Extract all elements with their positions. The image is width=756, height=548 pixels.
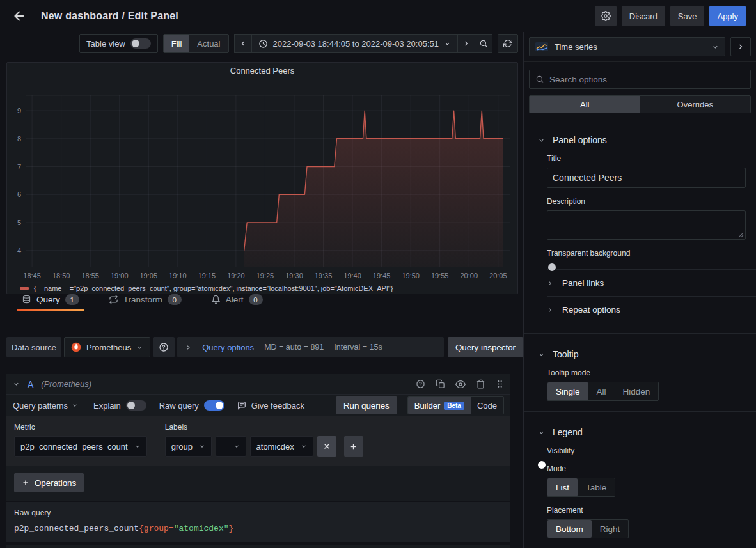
svg-text:4: 4: [17, 247, 21, 254]
label-value-select[interactable]: atomicdex: [250, 436, 313, 457]
tab-transform-label: Transform: [123, 295, 162, 304]
title-field-label: Title: [547, 154, 746, 163]
query-patterns-dropdown[interactable]: Query patterns: [13, 401, 78, 411]
raw-label-expr: group=: [144, 524, 174, 533]
chevron-down-icon[interactable]: [13, 380, 20, 388]
raw-brace-open: {: [139, 524, 144, 533]
add-operations-button[interactable]: Operations: [14, 473, 84, 492]
metric-select[interactable]: p2p_connected_peers_count: [14, 436, 147, 457]
svg-text:19:20: 19:20: [227, 272, 245, 279]
query-options-interval: Interval = 15s: [334, 343, 382, 352]
code-option[interactable]: Code: [471, 397, 503, 414]
legend-header[interactable]: Legend: [524, 427, 756, 437]
svg-text:19:10: 19:10: [169, 272, 187, 279]
time-series-chart[interactable]: 45678918:4518:5018:5519:0019:0519:1019:1…: [7, 78, 516, 281]
zoom-out-icon: [479, 39, 488, 48]
tooltip-header[interactable]: Tooltip: [524, 349, 756, 359]
legend-placement-bottom[interactable]: Bottom: [547, 520, 592, 538]
builder-option[interactable]: Builder Beta: [408, 397, 471, 414]
svg-text:19:35: 19:35: [315, 272, 333, 279]
query-options-footer[interactable]: Options Legend: Auto Format: Time series…: [6, 545, 510, 548]
actual-option[interactable]: Actual: [189, 35, 228, 52]
panel-options-header[interactable]: Panel options: [524, 135, 756, 145]
query-builder-toolbar: Query patterns Explain Raw query Give fe…: [6, 395, 510, 416]
raw-query-toggle[interactable]: [204, 400, 224, 411]
refresh-button[interactable]: [498, 34, 518, 53]
query-options-link[interactable]: Query options: [202, 343, 254, 352]
table-view-toggle[interactable]: [130, 38, 151, 49]
table-view-label: Table view: [86, 39, 125, 49]
metric-value: p2p_connected_peers_count: [20, 442, 128, 451]
svg-text:18:55: 18:55: [81, 272, 99, 279]
query-options-md: MD = auto = 891: [264, 343, 324, 352]
label-operator-select[interactable]: =: [216, 436, 246, 457]
builder-code-switch: Builder Beta Code: [407, 396, 504, 414]
panel-description-textarea[interactable]: [547, 210, 746, 240]
time-shift-forward-button[interactable]: [457, 34, 475, 53]
fill-option[interactable]: Fill: [164, 35, 190, 52]
query-row-header[interactable]: A (Prometheus): [6, 374, 510, 395]
query-editor-card: A (Prometheus) Query patterns Explain Ra…: [6, 374, 510, 548]
query-help-icon[interactable]: [416, 379, 425, 389]
data-source-row: Data source Prometheus Query options MD …: [6, 337, 523, 357]
run-queries-button[interactable]: Run queries: [336, 396, 397, 414]
discard-button[interactable]: Discard: [622, 6, 665, 26]
svg-text:20:00: 20:00: [460, 272, 478, 279]
label-key-select[interactable]: group: [165, 436, 212, 457]
chevron-down-icon: [538, 429, 545, 436]
zoom-out-button[interactable]: [475, 34, 492, 53]
data-source-picker[interactable]: Prometheus: [64, 337, 150, 357]
raw-query-label: Raw query: [14, 508, 503, 517]
editor-tabs: Query 1 Transform 0 Alert 0: [19, 289, 542, 310]
drag-handle-icon[interactable]: [496, 379, 504, 389]
svg-text:19:45: 19:45: [373, 272, 391, 279]
toggle-visibility-eye-icon[interactable]: [455, 379, 466, 389]
visualization-picker[interactable]: Time series: [529, 37, 725, 56]
duplicate-query-icon[interactable]: [436, 379, 445, 389]
panel-links-label: Panel links: [562, 278, 604, 288]
description-field-label: Description: [547, 197, 746, 206]
tooltip-mode-single[interactable]: Single: [547, 382, 588, 400]
panel-title-input[interactable]: [547, 168, 746, 188]
plus-icon: [22, 479, 29, 487]
labels-label: Labels: [165, 423, 363, 432]
labels-field: Labels group = atomicdex: [165, 423, 363, 457]
tab-transform[interactable]: Transform 0: [106, 289, 184, 310]
explain-toggle[interactable]: [126, 400, 146, 411]
query-inspector-button[interactable]: Query inspector: [448, 337, 523, 357]
search-options-input[interactable]: [549, 75, 744, 84]
delete-query-trash-icon[interactable]: [476, 379, 485, 389]
tab-transform-count: 0: [168, 294, 182, 305]
legend-mode-table[interactable]: Table: [578, 478, 615, 496]
tooltip-mode-hidden[interactable]: Hidden: [615, 382, 659, 400]
time-shift-back-button[interactable]: [234, 34, 252, 53]
tooltip-title: Tooltip: [553, 349, 578, 359]
raw-query-code: p2p_connected_peers_count{group="atomicd…: [14, 524, 503, 533]
tab-all[interactable]: All: [530, 96, 640, 113]
tab-query[interactable]: Query 1: [19, 289, 82, 310]
back-arrow-icon[interactable]: [10, 7, 28, 25]
apply-button[interactable]: Apply: [709, 6, 746, 26]
raw-value: "atomicdex": [174, 524, 229, 533]
panel-options-title: Panel options: [553, 135, 607, 145]
time-range-button[interactable]: 2022-09-03 18:44:05 to 2022-09-03 20:05:…: [251, 34, 459, 53]
save-button[interactable]: Save: [670, 6, 705, 26]
data-source-help-button[interactable]: [153, 337, 175, 357]
legend-placement-right[interactable]: Right: [592, 520, 629, 538]
query-options-bar[interactable]: Query options MD = auto = 891 Interval =…: [177, 337, 444, 357]
tab-overrides[interactable]: Overrides: [640, 96, 751, 113]
chevron-right-icon: [737, 43, 744, 51]
legend-mode-list[interactable]: List: [547, 478, 578, 496]
tab-alert[interactable]: Alert 0: [209, 289, 265, 310]
operations-row: Operations: [6, 466, 510, 501]
repeat-options-row[interactable]: Repeat options: [547, 296, 756, 323]
give-feedback-link[interactable]: Give feedback: [237, 401, 304, 411]
add-label-button[interactable]: [344, 436, 363, 457]
remove-label-button[interactable]: [317, 436, 336, 457]
panel-settings-button[interactable]: [595, 6, 617, 26]
panel-links-row[interactable]: Panel links: [547, 269, 756, 296]
raw-brace-close: }: [229, 524, 234, 533]
tooltip-mode-all[interactable]: All: [588, 382, 615, 400]
collapse-sidebar-button[interactable]: [730, 37, 751, 56]
legend-section: Legend Visibility Mode List Table Placem…: [524, 411, 756, 548]
